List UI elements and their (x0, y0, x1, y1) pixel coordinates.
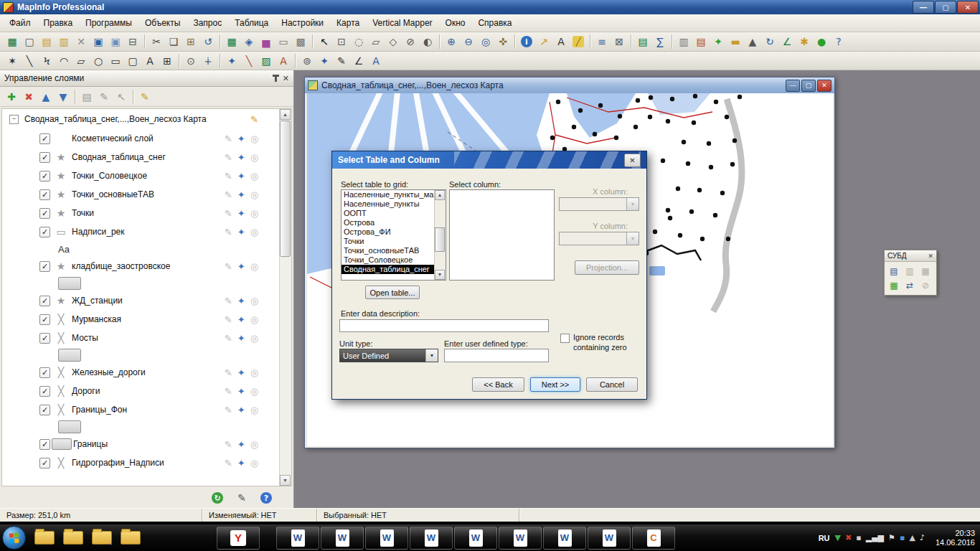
legend-icon[interactable]: ▤ (634, 34, 651, 50)
folder-button[interactable] (30, 527, 59, 549)
layer-row[interactable]: ✓★кладбище_заостровское✎✦◎ (2, 257, 280, 276)
word-task-button[interactable]: W (543, 527, 586, 550)
writer-task-button[interactable]: C (632, 527, 675, 550)
table-option[interactable]: Населенные_пункты (341, 199, 435, 209)
back-button[interactable]: << Back (472, 377, 524, 392)
zoom-out-icon[interactable]: ⊖ (460, 34, 477, 50)
text-style-icon[interactable]: A (275, 53, 292, 69)
new-redistrict-icon[interactable]: ▩ (292, 34, 309, 50)
ruler-icon[interactable]: ╱ (570, 34, 587, 50)
tray-update-icon[interactable]: ▼ (835, 534, 841, 542)
north-arrow-icon[interactable]: ▲ (744, 34, 761, 50)
table-option[interactable]: ООПТ (341, 209, 435, 218)
layer-control-icon[interactable]: ≡ (593, 34, 611, 50)
collapse-icon[interactable]: − (9, 115, 19, 124)
autolabel-icon[interactable]: ✦ (237, 153, 245, 162)
copy-icon[interactable]: ❏ (165, 34, 182, 50)
list-scroll-thumb[interactable] (435, 227, 445, 252)
tray-volume-icon[interactable]: ♪ (920, 534, 925, 542)
clip-region-icon[interactable]: ⊠ (611, 34, 628, 50)
edit-layer-icon[interactable]: ✎ (225, 209, 232, 218)
move-layer-up-icon[interactable]: ▲ (37, 89, 55, 105)
table-option[interactable]: Точки_Соловецкое (341, 255, 435, 265)
mapcad-angle-icon[interactable]: ∠ (350, 53, 367, 69)
root-style-edit-icon[interactable]: ✎ (250, 115, 258, 124)
rotate-map-icon[interactable]: ↻ (761, 34, 778, 50)
layer-visible-checkbox[interactable]: ✓ (39, 171, 50, 182)
status-editable[interactable]: Изменяемый: НЕТ (202, 509, 317, 522)
tray-network-icon[interactable]: ▂▄▆ (866, 534, 884, 542)
print-icon[interactable]: ⊟ (124, 34, 141, 50)
zoom-range-icon[interactable]: ◎ (250, 227, 258, 237)
layer-row[interactable]: ✓Границы✎✦◎ (2, 435, 280, 453)
zoom-range-icon[interactable]: ◎ (250, 262, 258, 271)
label-icon[interactable]: A (552, 34, 570, 50)
star-style-icon[interactable]: ★ (50, 170, 72, 182)
map-close-button[interactable]: ✕ (817, 80, 831, 92)
folder-button[interactable] (116, 527, 145, 549)
line-tool-icon[interactable]: ╲ (21, 53, 38, 69)
layer-row[interactable]: ✓★Точки_основныеТАВ✎✦◎ (2, 185, 280, 204)
menu-Объекты[interactable]: Объекты (138, 16, 187, 30)
table-option[interactable]: Точки (341, 237, 435, 246)
line-style-icon[interactable]: ╳ (50, 404, 72, 415)
help-icon[interactable]: ? (258, 490, 275, 506)
globe-tool-icon[interactable]: ● (813, 34, 830, 50)
autolabel-icon[interactable]: ✦ (237, 315, 245, 324)
layer-visible-checkbox[interactable]: ✓ (39, 296, 50, 306)
zoom-range-icon[interactable]: ◎ (250, 315, 258, 324)
refresh-dbms-table-icon[interactable]: ▥ (902, 264, 918, 278)
save-table-icon[interactable]: ▣ (90, 34, 107, 50)
star-style-icon[interactable]: ★ (50, 260, 72, 272)
table-option[interactable]: Населенные_пункты_ма (341, 190, 435, 199)
menu-Программы[interactable]: Программы (79, 16, 138, 30)
edit-layer-icon[interactable]: ✎ (225, 368, 232, 377)
cancel-button[interactable]: Cancel (586, 377, 638, 392)
save-workspace-icon[interactable]: ▣ (107, 34, 124, 50)
star-style-icon[interactable]: ★ (50, 207, 72, 219)
layer-tree-root[interactable]: − Сводная_таблица_снег,...,Воен_лесхоз К… (2, 109, 280, 129)
tools-manager-icon[interactable]: ✦ (710, 34, 727, 50)
layer-row[interactable]: ✓★Сводная_таблица_снег✎✦◎ (2, 148, 280, 166)
autolabel-icon[interactable]: ✦ (237, 387, 245, 396)
settings-tool-icon[interactable]: ✱ (796, 34, 813, 50)
reshape-tool-icon[interactable]: ⊙ (182, 53, 199, 69)
make-table-mappable-icon[interactable]: ▦ (886, 278, 902, 293)
layer-editable-icon[interactable]: ✎ (95, 89, 113, 105)
remove-layer-icon[interactable]: ✖ (20, 89, 37, 105)
table-listbox[interactable]: Населенные_пункты_маНаселенные_пунктыООП… (341, 189, 446, 281)
zoom-range-icon[interactable]: ◎ (250, 458, 258, 468)
autolabel-icon[interactable]: ✦ (237, 405, 245, 415)
description-input[interactable] (339, 319, 549, 332)
menu-Настройки[interactable]: Настройки (275, 16, 330, 30)
menu-Файл[interactable]: Файл (3, 16, 37, 30)
combo-arrow-icon[interactable]: ▼ (425, 349, 438, 362)
edit-layer-icon[interactable]: ✎ (225, 153, 232, 162)
paste-icon[interactable]: ⊞ (182, 34, 199, 50)
pan-icon[interactable]: ✜ (494, 34, 512, 50)
word-task-button[interactable]: W (321, 527, 364, 550)
star-style-icon[interactable]: ★ (50, 295, 72, 306)
line-style-icon[interactable]: ╳ (50, 314, 72, 325)
line-style-icon[interactable]: ╳ (50, 367, 72, 378)
layer-row[interactable]: ✓╳Гидрография_Надписи✎✦◎ (2, 453, 280, 472)
autolabel-icon[interactable]: ✦ (237, 262, 245, 271)
mapcad-draw-icon[interactable]: ✎ (333, 53, 350, 69)
frame-tool-icon[interactable]: ⊞ (159, 53, 176, 69)
scalebar-icon[interactable]: ▬ (727, 34, 744, 50)
status-selected[interactable]: Выбранный: НЕТ (317, 509, 519, 522)
zoom-range-icon[interactable]: ◎ (250, 334, 258, 343)
minimize-button[interactable]: — (913, 1, 934, 14)
symbol-style-icon[interactable]: ✦ (223, 53, 240, 69)
zoom-in-icon[interactable]: ⊕ (443, 34, 460, 50)
layer-row[interactable]: ✓▭Надписи_рек✎✦◎ (2, 222, 280, 241)
scroll-down-icon[interactable]: ▼ (280, 475, 291, 486)
autolabel-icon[interactable]: ✦ (237, 227, 245, 237)
layer-row[interactable]: ✓★Точки_Соловецкое✎✦◎ (2, 166, 280, 185)
line-style-icon[interactable]: ╳ (50, 457, 72, 468)
undo-icon[interactable]: ↺ (199, 34, 217, 50)
unit-type-combo[interactable]: User Defined▼ (339, 349, 438, 362)
start-button[interactable] (2, 526, 26, 550)
move-layer-down-icon[interactable]: ▼ (55, 89, 72, 105)
text-tool-icon[interactable]: A (141, 53, 159, 69)
